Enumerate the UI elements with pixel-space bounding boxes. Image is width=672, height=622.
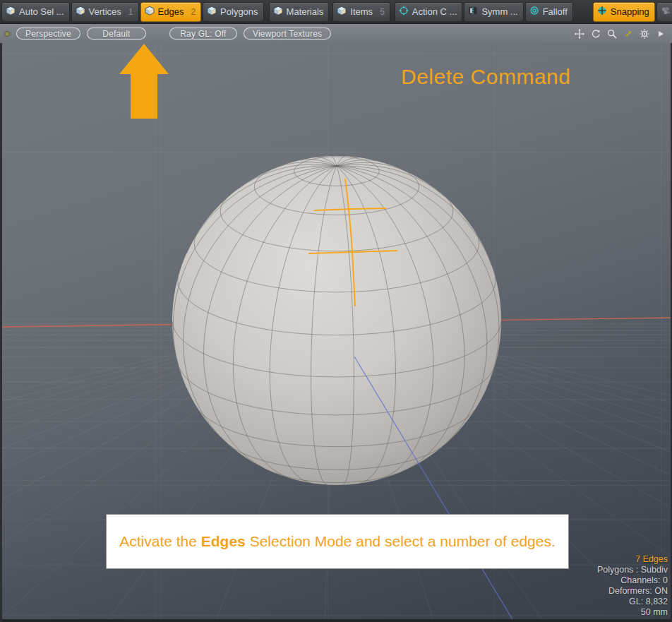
shading-style-button[interactable]: Default: [87, 28, 146, 40]
tab-label: Vertices: [89, 6, 121, 17]
status-line: 50 mm: [597, 607, 668, 618]
cube-icon: [337, 6, 347, 18]
tab-label: Action C ...: [412, 6, 457, 17]
tab-select-through[interactable]: Select T ...: [656, 2, 672, 22]
tab-label: Edges: [158, 6, 184, 17]
falloff-icon: [529, 6, 539, 18]
reset-view-icon[interactable]: [622, 28, 634, 40]
tab-shortcut-number: 2: [191, 7, 196, 17]
tab-shortcut-number: 1: [128, 7, 133, 17]
cube-icon: [145, 6, 155, 18]
rotate-icon[interactable]: [589, 28, 601, 40]
status-line: Polygons : Subdiv: [597, 565, 668, 575]
instruction-banner: Activate the Edges Selection Mode and se…: [106, 514, 569, 569]
pan-icon[interactable]: [573, 28, 585, 40]
tab-label: Auto Sel ...: [19, 6, 64, 17]
tab-edges[interactable]: Edges 2: [140, 2, 202, 22]
symmetry-icon: [468, 6, 478, 18]
tab-snapping[interactable]: Snapping: [593, 2, 655, 22]
tab-symmetry[interactable]: Symm ...: [464, 2, 523, 22]
snapping-icon: [597, 6, 607, 18]
tab-label: Snapping: [611, 6, 649, 17]
selection-count: 7 Edges: [597, 554, 668, 565]
tab-items[interactable]: Items 5: [332, 2, 390, 22]
viewport-status-dot: [4, 31, 10, 37]
status-line: Channels: 0: [597, 575, 668, 586]
tab-label: Items: [350, 6, 373, 17]
tab-auto-select[interactable]: Auto Sel ...: [1, 2, 70, 22]
tab-shortcut-number: 5: [380, 7, 385, 17]
instruction-text: Activate the Edges Selection Mode and se…: [119, 533, 556, 550]
axis-gizmo: Y X Z: [0, 565, 64, 622]
tab-action-center[interactable]: Action C ...: [395, 2, 463, 22]
status-line: GL: 8,832: [597, 597, 668, 607]
cube-icon: [76, 6, 85, 18]
status-line: Deformers: ON: [597, 586, 668, 597]
cube-icon: [207, 6, 217, 18]
tab-polygons[interactable]: Polygons: [203, 2, 263, 22]
view-type-button[interactable]: Perspective: [16, 28, 80, 40]
tab-label: Falloff: [543, 6, 568, 17]
cube-icon: [273, 6, 283, 18]
gear-icon[interactable]: [638, 28, 650, 40]
select-through-icon: [661, 6, 671, 18]
viewport-tools: [573, 28, 666, 40]
tab-vertices[interactable]: Vertices 1: [71, 2, 139, 22]
tab-materials[interactable]: Materials: [269, 2, 330, 22]
tab-label: Polygons: [220, 6, 258, 17]
cube-icon: [6, 6, 16, 18]
viewport-status-readout: 7 Edges Polygons : Subdiv Channels: 0 De…: [597, 554, 668, 618]
ray-gl-button[interactable]: Ray GL: Off: [169, 28, 237, 40]
viewport-textures-button[interactable]: Viewport Textures: [244, 28, 331, 40]
zoom-icon[interactable]: [606, 28, 618, 40]
tab-label: Materials: [287, 6, 324, 17]
modo-window: Auto Sel ... Vertices 1 Edges 2 Polygons…: [0, 0, 672, 622]
viewport-header: Perspective Default Ray GL: Off Viewport…: [0, 24, 672, 43]
expand-icon[interactable]: [654, 28, 666, 40]
delete-command-caption: Delete Command: [401, 65, 570, 89]
selection-mode-toolbar: Auto Sel ... Vertices 1 Edges 2 Polygons…: [0, 0, 672, 24]
arrow-annotation: [113, 42, 178, 121]
tab-falloff[interactable]: Falloff: [525, 2, 573, 22]
tab-label: Symm ...: [481, 6, 517, 17]
action-center-icon: [399, 6, 409, 18]
